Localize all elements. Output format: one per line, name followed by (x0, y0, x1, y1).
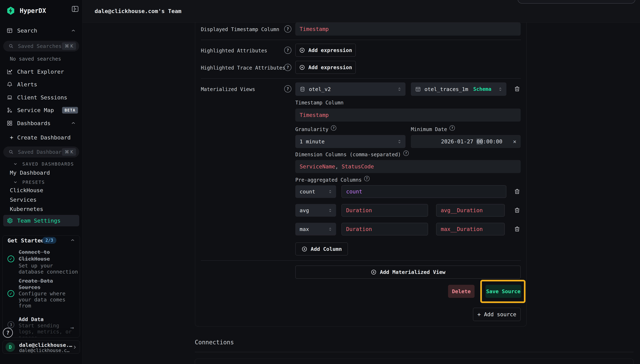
question-circle-icon[interactable]: ? (449, 125, 455, 131)
sidebar-item-preset-clickhouse[interactable]: ClickHouse (10, 187, 43, 194)
input-value: Timestamp (300, 112, 329, 118)
sidebar-item-team-settings[interactable]: Team Settings (3, 215, 79, 226)
schema-link[interactable]: Schema (473, 86, 491, 92)
sidebar-item-chart-explorer[interactable]: Chart Explorer (7, 68, 64, 76)
chevron-up-icon[interactable] (70, 238, 75, 243)
help-button[interactable]: ? (3, 328, 13, 338)
sidebar-item-dashboards[interactable]: Dashboards (7, 119, 51, 127)
task-desc: from (19, 303, 31, 309)
chevron-updown-icon (328, 189, 333, 194)
section-header-label: PRESETS (22, 180, 45, 185)
delete-button[interactable]: Delete (448, 285, 474, 298)
task-desc: Configure where (19, 290, 66, 296)
chevron-down-icon (13, 180, 18, 184)
mv-timestamp-input[interactable]: Timestamp (295, 108, 521, 122)
trash-icon[interactable] (514, 188, 520, 195)
task-title[interactable]: Add Data (19, 316, 44, 322)
granularity-select[interactable]: 1 minute (295, 135, 405, 148)
sidebar-item-alerts[interactable]: Alerts (7, 80, 37, 88)
circle-plus-icon (299, 47, 305, 53)
user-menu[interactable]: D dale@clickhouse.… dale@clickhouse.c… (3, 340, 80, 354)
expression-input[interactable]: count (341, 185, 506, 198)
sidebar-item-client-sessions[interactable]: Client Sessions (7, 94, 67, 101)
displayed-timestamp-input[interactable]: Timestamp (295, 22, 521, 36)
sidebar-item-search[interactable]: Search (7, 27, 37, 34)
field-label-row: Pre-aggregated Columns ? (295, 177, 370, 183)
question-circle-icon[interactable]: ? (331, 125, 336, 131)
chevron-updown-icon (498, 87, 503, 92)
select-value: 1 minute (300, 138, 397, 145)
question-circle-icon[interactable]: ? (284, 26, 291, 32)
service-map-icon (7, 107, 13, 113)
button-label: Add expression (308, 47, 352, 53)
chevron-up-icon[interactable] (71, 120, 76, 126)
question-circle-icon[interactable]: ? (364, 176, 370, 181)
field-label: Granularity (295, 126, 328, 132)
saved-dashboards-input[interactable]: Saved Dashboards ⌘ K (3, 146, 79, 158)
task-desc: Start sending (19, 322, 59, 328)
button-label: Add source (484, 311, 516, 318)
sidebar-item-service-map[interactable]: Service Map (7, 106, 54, 114)
search-icon (8, 43, 14, 49)
sidebar-item-my-dashboard[interactable]: My Dashboard (10, 170, 50, 176)
sidebar-item-preset-services[interactable]: Services (10, 196, 37, 203)
circle-plus-icon (301, 246, 307, 252)
trash-icon[interactable] (514, 226, 520, 232)
shortcut-badge: ⌘ K (62, 42, 76, 50)
add-column-button[interactable]: Add Column (295, 242, 348, 256)
database-select[interactable]: otel_v2 (295, 82, 405, 96)
user-name: dale@clickhouse.… (19, 342, 72, 348)
input-value: Timestamp (300, 26, 329, 32)
saved-dashboards-section-header[interactable]: SAVED DASHBOARDS (13, 160, 74, 168)
add-expression-button[interactable]: Add expression (295, 44, 356, 57)
connections-panel-cutoff (195, 359, 633, 364)
field-label: Displayed Timestamp Column (201, 26, 279, 32)
floating-bar-cutoff[interactable] (518, 0, 635, 4)
aggregation-fn-select[interactable]: avg (295, 204, 336, 217)
gear-icon (7, 218, 13, 224)
task-title[interactable]: Connect to (19, 249, 50, 255)
expression-input[interactable]: Duration (341, 223, 428, 236)
sidebar-collapse-button[interactable] (71, 5, 79, 13)
expression-input[interactable]: Duration (341, 204, 428, 217)
minimum-date-input[interactable]: 2026-01-27 00:00:00 × (411, 135, 521, 148)
sidebar-item-label: Dashboards (17, 120, 51, 126)
dimension-columns-input[interactable]: ServiceName, StatusCode (295, 160, 521, 173)
add-source-button[interactable]: + Add source (473, 308, 521, 321)
chevron-up-icon[interactable] (71, 28, 76, 34)
create-dashboard-button[interactable]: + Create Dashboard (10, 134, 71, 142)
question-circle-icon[interactable]: ? (284, 47, 291, 54)
clear-icon[interactable]: × (513, 138, 516, 145)
table-select[interactable]: otel_traces_1m Schema (411, 82, 506, 96)
date-segment-selected[interactable]: 00 (476, 138, 483, 145)
sidebar-item-preset-kubernetes[interactable]: Kubernetes (10, 206, 43, 212)
alias-input[interactable]: avg__Duration (436, 204, 505, 217)
task-title[interactable]: ClickHouse (19, 256, 50, 262)
add-materialized-view-button[interactable]: Add Materialized View (295, 266, 521, 279)
date-value: 2026-01-27 (441, 138, 477, 145)
add-expression-button[interactable]: Add expression (295, 61, 356, 74)
aggregation-fn-select[interactable]: count (295, 185, 336, 198)
saved-searches-input[interactable]: Saved Searches ⌘ K (3, 41, 79, 52)
chevron-updown-icon (328, 208, 333, 213)
sidebar-item-label: Alerts (17, 81, 37, 88)
question-circle-icon[interactable]: ? (403, 150, 409, 156)
field-label: Pre-aggregated Columns (295, 177, 362, 183)
divider (201, 78, 521, 79)
presets-section-header[interactable]: PRESETS (13, 178, 45, 186)
trash-icon[interactable] (514, 207, 520, 214)
task-title[interactable]: Sources (19, 284, 41, 290)
task-title[interactable]: Create Data (19, 278, 53, 284)
trash-icon[interactable] (514, 86, 520, 92)
table-icon (415, 86, 421, 92)
input-value: avg__Duration (441, 207, 483, 214)
aggregation-fn-select[interactable]: max (295, 223, 336, 236)
brand-name: HyperDX (20, 7, 46, 14)
sidebar: HyperDX Search Saved Searches ⌘ K No sav… (0, 0, 83, 364)
input-value: count (346, 188, 362, 195)
question-circle-icon[interactable]: ? (284, 64, 291, 71)
button-label: Add Column (311, 246, 342, 252)
question-circle-icon[interactable]: ? (284, 85, 291, 92)
input-value: Duration (346, 207, 372, 214)
alias-input[interactable]: max__Duration (436, 223, 505, 236)
